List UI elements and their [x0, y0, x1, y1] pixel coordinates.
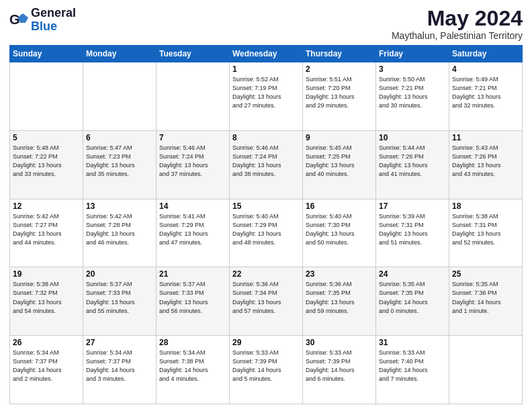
day-info: Sunrise: 5:40 AM Sunset: 7:29 PM Dayligh…	[232, 212, 300, 247]
calendar-day-16: 16Sunrise: 5:40 AM Sunset: 7:30 PM Dayli…	[303, 199, 376, 267]
col-header-sunday: Sunday	[10, 46, 83, 62]
calendar-day-29: 29Sunrise: 5:33 AM Sunset: 7:39 PM Dayli…	[230, 336, 303, 404]
day-number: 2	[306, 64, 373, 74]
calendar-day-27: 27Sunrise: 5:34 AM Sunset: 7:37 PM Dayli…	[83, 336, 157, 404]
calendar-day-10: 10Sunrise: 5:44 AM Sunset: 7:26 PM Dayli…	[376, 130, 449, 199]
day-info: Sunrise: 5:46 AM Sunset: 7:24 PM Dayligh…	[232, 144, 300, 179]
calendar-day-1: 1Sunrise: 5:52 AM Sunset: 7:19 PM Daylig…	[230, 62, 303, 131]
calendar-day-23: 23Sunrise: 5:36 AM Sunset: 7:35 PM Dayli…	[303, 267, 376, 336]
calendar-empty-cell	[157, 62, 230, 131]
calendar-day-5: 5Sunrise: 5:48 AM Sunset: 7:22 PM Daylig…	[10, 130, 83, 199]
day-info: Sunrise: 5:42 AM Sunset: 7:27 PM Dayligh…	[13, 212, 80, 247]
day-number: 21	[159, 269, 226, 279]
calendar-day-19: 19Sunrise: 5:38 AM Sunset: 7:32 PM Dayli…	[10, 267, 83, 336]
day-number: 7	[159, 133, 226, 142]
day-info: Sunrise: 5:49 AM Sunset: 7:21 PM Dayligh…	[452, 75, 519, 110]
day-number: 12	[13, 201, 80, 211]
calendar-day-7: 7Sunrise: 5:46 AM Sunset: 7:24 PM Daylig…	[157, 130, 230, 199]
calendar-day-12: 12Sunrise: 5:42 AM Sunset: 7:27 PM Dayli…	[10, 199, 83, 267]
calendar-week-row: 12Sunrise: 5:42 AM Sunset: 7:27 PM Dayli…	[10, 199, 523, 267]
calendar-week-row: 26Sunrise: 5:34 AM Sunset: 7:37 PM Dayli…	[10, 336, 523, 404]
calendar-day-31: 31Sunrise: 5:33 AM Sunset: 7:40 PM Dayli…	[376, 336, 449, 404]
title-block: May 2024 Maythalun, Palestinian Territor…	[392, 7, 523, 41]
day-info: Sunrise: 5:41 AM Sunset: 7:29 PM Dayligh…	[159, 212, 226, 247]
day-info: Sunrise: 5:36 AM Sunset: 7:35 PM Dayligh…	[306, 280, 373, 315]
day-number: 3	[379, 64, 446, 74]
logo-general: General	[31, 6, 76, 19]
calendar-day-11: 11Sunrise: 5:43 AM Sunset: 7:26 PM Dayli…	[449, 130, 523, 199]
day-number: 17	[379, 201, 446, 211]
day-info: Sunrise: 5:43 AM Sunset: 7:26 PM Dayligh…	[452, 144, 519, 179]
day-info: Sunrise: 5:42 AM Sunset: 7:28 PM Dayligh…	[86, 212, 153, 247]
day-info: Sunrise: 5:33 AM Sunset: 7:39 PM Dayligh…	[232, 349, 300, 383]
day-number: 4	[452, 64, 519, 74]
col-header-thursday: Thursday	[303, 46, 376, 62]
day-number: 31	[379, 338, 446, 347]
calendar-day-24: 24Sunrise: 5:35 AM Sunset: 7:35 PM Dayli…	[376, 267, 449, 336]
day-number: 14	[159, 201, 226, 211]
day-info: Sunrise: 5:38 AM Sunset: 7:31 PM Dayligh…	[452, 212, 519, 247]
calendar-day-28: 28Sunrise: 5:34 AM Sunset: 7:38 PM Dayli…	[157, 336, 230, 404]
day-info: Sunrise: 5:34 AM Sunset: 7:38 PM Dayligh…	[159, 349, 226, 383]
day-info: Sunrise: 5:38 AM Sunset: 7:32 PM Dayligh…	[13, 280, 80, 315]
day-info: Sunrise: 5:34 AM Sunset: 7:37 PM Dayligh…	[86, 349, 153, 383]
day-info: Sunrise: 5:40 AM Sunset: 7:30 PM Dayligh…	[306, 212, 373, 247]
day-info: Sunrise: 5:50 AM Sunset: 7:21 PM Dayligh…	[379, 75, 446, 110]
calendar-empty-cell	[10, 62, 83, 131]
day-number: 25	[452, 269, 519, 279]
calendar-day-3: 3Sunrise: 5:50 AM Sunset: 7:21 PM Daylig…	[376, 62, 449, 131]
calendar-day-13: 13Sunrise: 5:42 AM Sunset: 7:28 PM Dayli…	[83, 199, 157, 267]
day-info: Sunrise: 5:33 AM Sunset: 7:39 PM Dayligh…	[306, 349, 373, 383]
calendar-day-21: 21Sunrise: 5:37 AM Sunset: 7:33 PM Dayli…	[157, 267, 230, 336]
calendar-day-25: 25Sunrise: 5:35 AM Sunset: 7:36 PM Dayli…	[449, 267, 523, 336]
logo-icon: G	[9, 11, 28, 30]
day-number: 15	[232, 201, 300, 211]
calendar-day-26: 26Sunrise: 5:34 AM Sunset: 7:37 PM Dayli…	[10, 336, 83, 404]
col-header-monday: Monday	[83, 46, 157, 62]
calendar-day-9: 9Sunrise: 5:45 AM Sunset: 7:25 PM Daylig…	[303, 130, 376, 199]
day-number: 27	[86, 338, 153, 347]
day-number: 1	[232, 64, 300, 74]
day-info: Sunrise: 5:45 AM Sunset: 7:25 PM Dayligh…	[306, 144, 373, 179]
col-header-friday: Friday	[376, 46, 449, 62]
day-number: 26	[13, 338, 80, 347]
day-number: 20	[86, 269, 153, 279]
day-info: Sunrise: 5:33 AM Sunset: 7:40 PM Dayligh…	[379, 349, 446, 383]
day-info: Sunrise: 5:35 AM Sunset: 7:36 PM Dayligh…	[452, 280, 519, 315]
calendar-week-row: 5Sunrise: 5:48 AM Sunset: 7:22 PM Daylig…	[10, 130, 523, 199]
day-number: 19	[13, 269, 80, 279]
calendar-day-2: 2Sunrise: 5:51 AM Sunset: 7:20 PM Daylig…	[303, 62, 376, 131]
calendar-header-row: SundayMondayTuesdayWednesdayThursdayFrid…	[10, 46, 523, 62]
day-number: 11	[452, 133, 519, 142]
calendar-day-30: 30Sunrise: 5:33 AM Sunset: 7:39 PM Dayli…	[303, 336, 376, 404]
day-number: 10	[379, 133, 446, 142]
day-number: 9	[306, 133, 373, 142]
calendar-day-6: 6Sunrise: 5:47 AM Sunset: 7:23 PM Daylig…	[83, 130, 157, 199]
day-info: Sunrise: 5:44 AM Sunset: 7:26 PM Dayligh…	[379, 144, 446, 179]
day-info: Sunrise: 5:46 AM Sunset: 7:24 PM Dayligh…	[159, 144, 226, 179]
day-info: Sunrise: 5:37 AM Sunset: 7:33 PM Dayligh…	[86, 280, 153, 315]
calendar-day-18: 18Sunrise: 5:38 AM Sunset: 7:31 PM Dayli…	[449, 199, 523, 267]
col-header-saturday: Saturday	[449, 46, 523, 62]
month-title: May 2024	[392, 7, 523, 30]
calendar-week-row: 1Sunrise: 5:52 AM Sunset: 7:19 PM Daylig…	[10, 62, 523, 131]
logo-text: General Blue	[31, 7, 76, 34]
day-number: 18	[452, 201, 519, 211]
day-info: Sunrise: 5:52 AM Sunset: 7:19 PM Dayligh…	[232, 75, 300, 110]
day-number: 8	[232, 133, 300, 142]
day-info: Sunrise: 5:39 AM Sunset: 7:31 PM Dayligh…	[379, 212, 446, 247]
page-header: G General Blue May 2024 Maythalun, Pales…	[9, 7, 523, 41]
day-number: 13	[86, 201, 153, 211]
day-number: 16	[306, 201, 373, 211]
calendar-day-15: 15Sunrise: 5:40 AM Sunset: 7:29 PM Dayli…	[230, 199, 303, 267]
calendar-day-22: 22Sunrise: 5:36 AM Sunset: 7:34 PM Dayli…	[230, 267, 303, 336]
location-subtitle: Maythalun, Palestinian Territory	[392, 30, 523, 41]
calendar-day-14: 14Sunrise: 5:41 AM Sunset: 7:29 PM Dayli…	[157, 199, 230, 267]
day-info: Sunrise: 5:47 AM Sunset: 7:23 PM Dayligh…	[86, 144, 153, 179]
calendar-day-20: 20Sunrise: 5:37 AM Sunset: 7:33 PM Dayli…	[83, 267, 157, 336]
day-number: 6	[86, 133, 153, 142]
svg-text:G: G	[9, 12, 20, 27]
day-number: 5	[13, 133, 80, 142]
day-number: 23	[306, 269, 373, 279]
day-number: 24	[379, 269, 446, 279]
